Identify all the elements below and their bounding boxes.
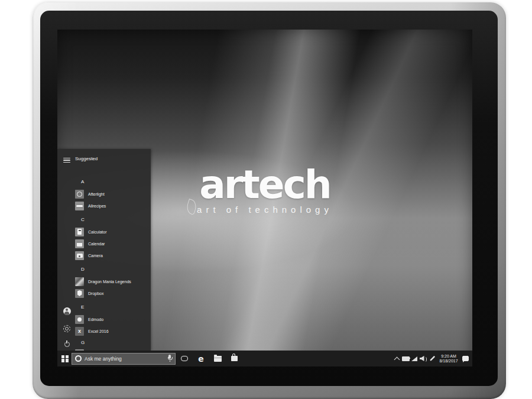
clock-time: 9:20 AM [438,354,459,359]
section-header-g[interactable]: G [75,339,150,346]
network-icon [411,356,417,361]
edge-browser-button[interactable]: e [193,351,209,366]
settings-gear-icon [63,325,70,332]
start-app-edmodo[interactable]: Edmodo [75,313,150,325]
section-header-d[interactable]: D [75,266,150,273]
start-app-dragon-mania-legends[interactable]: Dragon Mania Legends [75,275,150,287]
allrecipes-icon [75,202,84,210]
start-app-calculator[interactable]: Calculator [75,226,150,238]
suggested-label: Suggested [75,156,150,162]
store-button[interactable] [226,351,242,366]
excel-icon [75,327,84,336]
search-box[interactable]: Ask me anything [72,353,176,365]
action-center-button[interactable] [461,351,469,366]
user-account-icon [63,307,71,315]
task-view-button[interactable] [177,351,192,366]
power-button[interactable] [63,340,71,348]
battery-status[interactable] [401,351,410,366]
volume-status[interactable] [419,351,427,366]
taskbar-clock[interactable]: 9:20 AM 8/18/2017 [438,354,459,364]
pen-settings[interactable] [428,351,436,366]
dragon-mania-legends-icon [75,277,84,286]
action-center-icon [462,356,469,361]
edmodo-icon [75,315,84,324]
afterlight-icon [75,190,84,199]
hamburger-menu-icon [63,158,70,163]
network-status[interactable] [410,351,419,366]
file-explorer-button[interactable] [210,351,225,366]
start-app-excel-2016[interactable]: Excel 2016 [75,325,150,337]
desktop-screen: artech art of technology [57,30,472,366]
start-menu: Suggested A Afterlight Allrecipes C Calc… [57,149,151,351]
search-placeholder-text: Ask me anything [85,356,164,362]
power-icon [64,341,70,348]
volume-icon [420,355,427,362]
start-menu-app-list: Suggested A Afterlight Allrecipes C Calc… [75,156,150,351]
calendar-icon [75,239,84,248]
show-hidden-chevron-icon [394,356,400,362]
edge-browser-icon: e [198,355,204,363]
start-button[interactable] [59,351,71,366]
start-app-calendar[interactable]: Calendar [75,238,150,249]
battery-icon [402,356,410,361]
hamburger-menu-button[interactable] [63,156,71,164]
section-header-a[interactable]: A [75,179,150,186]
pen-icon [429,356,435,362]
settings-button[interactable] [63,325,71,333]
microphone-icon[interactable] [167,354,172,363]
store-bag-icon [231,356,238,361]
start-app-dropbox[interactable]: Dropbox [75,287,150,299]
section-header-e[interactable]: E [75,304,150,311]
start-menu-rail [57,149,76,351]
page-canvas: artech art of technology [0,0,532,399]
camera-icon [75,251,84,260]
section-header-c[interactable]: C [75,216,150,223]
taskbar: Ask me anything e [57,351,472,366]
user-account-button[interactable] [63,307,71,315]
calculator-icon [75,228,84,236]
start-app-camera[interactable]: Camera [75,249,150,261]
file-explorer-icon [214,356,222,362]
dropbox-icon [75,289,84,298]
start-app-allrecipes[interactable]: Allrecipes [75,200,150,212]
tagline-text: art of technology [197,205,333,215]
cortana-circle-icon [75,355,82,362]
show-hidden-icons-button[interactable] [392,351,401,366]
task-view-icon [181,356,188,361]
clock-date: 8/18/2017 [438,359,459,364]
start-app-afterlight[interactable]: Afterlight [75,188,150,200]
system-tray: 9:20 AM 8/18/2017 [392,351,469,366]
start-windows-icon [61,355,69,362]
